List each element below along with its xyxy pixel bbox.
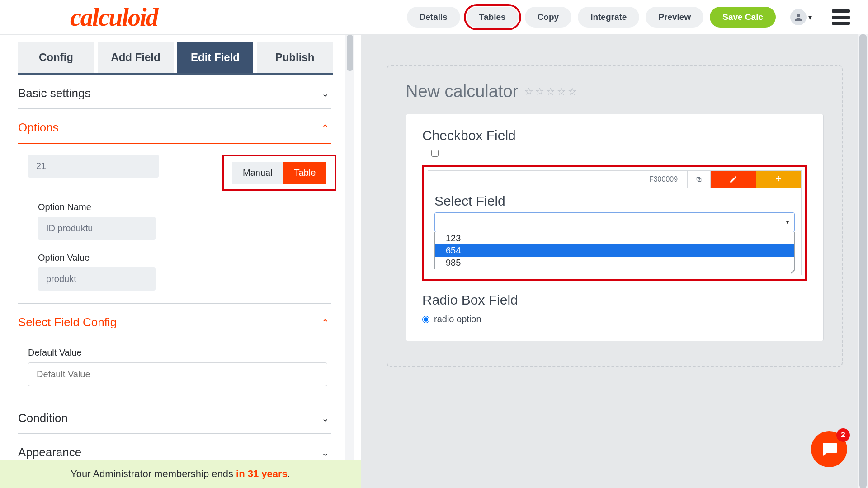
- chevron-down-icon: ⌄: [321, 88, 329, 99]
- toggle-table[interactable]: Table: [283, 162, 327, 184]
- star-icon: ☆: [535, 86, 544, 98]
- star-icon: ☆: [568, 86, 577, 98]
- checkbox-field-title: Checkbox Field: [422, 128, 807, 143]
- nav-preview[interactable]: Preview: [646, 7, 703, 28]
- section-basic-settings: Basic settings ⌄: [18, 75, 331, 109]
- select-field-title: Select Field: [434, 193, 795, 209]
- radio-field-title: Radio Box Field: [422, 292, 807, 308]
- toggle-manual[interactable]: Manual: [232, 162, 283, 184]
- nav-integrate[interactable]: Integrate: [578, 7, 639, 28]
- options-source-toggle: Manual Table: [222, 155, 336, 191]
- left-panel-scrollbar[interactable]: [345, 35, 354, 488]
- dropdown-option[interactable]: 654: [435, 244, 794, 257]
- radio-option-label: radio option: [434, 314, 481, 324]
- top-actions: Details Tables Copy Integrate Preview Sa…: [407, 7, 850, 28]
- checkbox-field-input[interactable]: [431, 150, 439, 157]
- edit-field-button[interactable]: [711, 171, 756, 188]
- caret-down-icon: ▾: [786, 219, 789, 225]
- section-select-config-toggle[interactable]: Select Field Config ⌃: [18, 304, 331, 338]
- section-condition-label: Condition: [18, 411, 68, 425]
- calculator-title-row: New calculator ☆ ☆ ☆ ☆ ☆: [406, 82, 824, 101]
- avatar-icon: [790, 9, 807, 25]
- chevron-up-icon: ⌃: [321, 317, 329, 328]
- select-field-block: F300009 Select Fie: [428, 170, 802, 275]
- default-value-label: Default Value: [28, 347, 327, 358]
- chevron-down-icon: ⌄: [321, 447, 329, 458]
- chat-icon: [820, 440, 839, 459]
- pencil-icon: [729, 175, 737, 183]
- nav-save[interactable]: Save Calc: [710, 7, 776, 28]
- caret-down-icon: ▾: [808, 13, 812, 22]
- option-name-input[interactable]: [38, 217, 156, 240]
- chevron-up-icon: ⌃: [321, 122, 329, 133]
- notice-pre: Your Administrator membership ends: [71, 468, 236, 479]
- calculator-title: New calculator: [406, 82, 518, 101]
- section-condition-toggle[interactable]: Condition ⌄: [18, 399, 331, 433]
- scrollbar-thumb[interactable]: [859, 34, 867, 488]
- nav-details[interactable]: Details: [407, 7, 460, 28]
- nav-tables[interactable]: Tables: [467, 7, 519, 28]
- dropdown-option[interactable]: 985: [435, 257, 794, 269]
- brand-logo[interactable]: calculoid: [70, 5, 158, 30]
- star-icon: ☆: [557, 86, 566, 98]
- section-select-config-label: Select Field Config: [18, 315, 117, 329]
- resize-handle-icon[interactable]: [789, 263, 795, 270]
- section-options-body: Manual Table Option Name Option Value: [18, 144, 331, 303]
- tab-publish[interactable]: Publish: [257, 42, 333, 73]
- chevron-down-icon: ⌄: [321, 413, 329, 424]
- section-condition: Condition ⌄: [18, 399, 331, 434]
- nav-copy[interactable]: Copy: [525, 7, 572, 28]
- select-dropdown: 123 654 985: [434, 232, 795, 269]
- main-split: Config Add Field Edit Field Publish Basi…: [0, 34, 868, 488]
- section-appearance-label: Appearance: [18, 446, 81, 460]
- star-icon: ☆: [546, 86, 555, 98]
- chat-badge: 2: [836, 428, 850, 442]
- move-field-button[interactable]: [756, 171, 801, 188]
- page-scrollbar[interactable]: [858, 34, 868, 488]
- membership-notice: Your Administrator membership ends in 31…: [0, 460, 361, 488]
- svg-point-0: [797, 14, 800, 17]
- tab-edit-field[interactable]: Edit Field: [177, 42, 253, 73]
- tab-config[interactable]: Config: [18, 42, 94, 73]
- select-field-highlight: F300009 Select Fie: [422, 165, 807, 281]
- radio-input[interactable]: [422, 316, 429, 323]
- option-name-label: Option Name: [38, 202, 331, 212]
- section-appearance: Appearance ⌄: [18, 434, 331, 461]
- section-basic-settings-label: Basic settings: [18, 86, 90, 100]
- user-menu[interactable]: ▾: [790, 9, 812, 25]
- dropdown-option[interactable]: 123: [435, 232, 794, 244]
- fields-card: Checkbox Field F300009: [406, 114, 824, 341]
- section-select-config: Select Field Config ⌃ Default Value: [18, 303, 331, 399]
- radio-option-row[interactable]: radio option: [422, 314, 807, 324]
- field-id-badge: F300009: [640, 171, 687, 188]
- preview-panel: New calculator ☆ ☆ ☆ ☆ ☆ Checkbox Field …: [361, 35, 868, 488]
- left-panel: Config Add Field Edit Field Publish Basi…: [0, 35, 361, 488]
- chat-fab[interactable]: 2: [811, 431, 847, 467]
- select-field-input[interactable]: ▾: [434, 212, 795, 232]
- option-value-input[interactable]: [38, 267, 156, 291]
- duplicate-button[interactable]: [687, 171, 711, 188]
- top-bar: calculoid Details Tables Copy Integrate …: [0, 0, 868, 34]
- tab-add-field[interactable]: Add Field: [98, 42, 174, 73]
- notice-emph: in 31 years: [236, 468, 288, 479]
- editor-subtabs: Config Add Field Edit Field Publish: [18, 42, 333, 75]
- section-select-config-body: Default Value: [18, 338, 331, 399]
- option-count-input[interactable]: [28, 155, 159, 178]
- star-icon: ☆: [524, 86, 533, 98]
- move-icon: [774, 175, 783, 183]
- hamburger-menu-icon[interactable]: [832, 9, 850, 25]
- section-options: Options ⌃ Manual Table Option Name: [18, 109, 331, 303]
- notice-post: .: [288, 468, 290, 479]
- calculator-canvas: New calculator ☆ ☆ ☆ ☆ ☆ Checkbox Field …: [387, 65, 843, 367]
- scrollbar-thumb[interactable]: [347, 35, 353, 71]
- field-toolbar: F300009: [640, 171, 801, 188]
- section-options-label: Options: [18, 121, 59, 135]
- section-basic-settings-toggle[interactable]: Basic settings ⌄: [18, 75, 331, 108]
- section-appearance-toggle[interactable]: Appearance ⌄: [18, 434, 331, 461]
- rating-stars[interactable]: ☆ ☆ ☆ ☆ ☆: [524, 86, 577, 98]
- option-value-label: Option Value: [38, 253, 331, 263]
- section-options-toggle[interactable]: Options ⌃: [18, 109, 331, 144]
- copy-icon: [696, 175, 702, 183]
- default-value-input[interactable]: [28, 362, 327, 386]
